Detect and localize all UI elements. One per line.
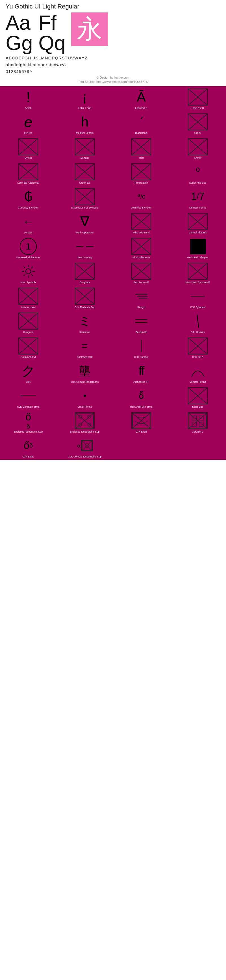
glyph-exclaim: ! (18, 89, 38, 105)
placeholder-punctuation (131, 163, 151, 180)
cell-geometric-shapes: Geometric Shapes (169, 235, 226, 261)
label-khmer: Khmer (194, 156, 202, 160)
label-enclosed-ideographic-sup: Enclosed Ideographic Sup (70, 430, 100, 434)
cell-greek-ext: Greek Ext (57, 161, 113, 186)
cell-ipa: e IPA Ext (0, 111, 57, 136)
glyph-arc (188, 363, 208, 379)
glyph-pattern1 (75, 412, 95, 429)
placeholder-thai (131, 138, 151, 155)
cell-box-drawing: ─ ─ Box Drawing (57, 235, 113, 261)
cell-misc-symbols: Misc Symbols (0, 261, 57, 285)
label-box-drawing: Box Drawing (77, 256, 92, 259)
label-ipa: IPA Ext (24, 132, 33, 135)
label-latin-ext-a: Latin Ext A (135, 107, 147, 110)
label-misc-technical: Misc Technical (133, 231, 149, 234)
font-title: Yu Gothic UI Light Regular (6, 3, 220, 10)
placeholder-misc-technical (131, 213, 151, 230)
placeholder-kana-sup (188, 387, 208, 404)
preview-area: AaGg FfQq 永 (6, 13, 220, 53)
cell-cjk-ext-b: CJK Ext B (113, 410, 169, 435)
cell-diacriticals: ˊ Diacriticals (113, 111, 169, 136)
cell-ascii: ! ASCII (0, 86, 57, 111)
cell-cjk-radicals: CJK Radicals Sup (57, 285, 113, 310)
label-cjk: CJK (26, 380, 30, 384)
glyph-char-o2: ő δ (18, 437, 38, 454)
cell-latin1sup: ¡ Latin 1 Sup (57, 86, 113, 111)
cell-enclosed-ideographic-sup: Enclosed Ideographic Sup (57, 410, 113, 435)
label-diacriticals-symbols: Diacriticals For Symbols (71, 206, 99, 210)
label-misc-arrows: Misc Arrows (22, 306, 35, 309)
bopomofo-line1 (135, 320, 147, 320)
horiz-line-display (21, 396, 36, 396)
cell-cjk-symbols: CJK Symbols (169, 285, 226, 310)
label-hiragana: Hiragana (23, 331, 34, 334)
alphabet-lower: abcdefghijklmnopqrstuvwxyz (6, 61, 220, 68)
label-cjk-strokes: CJK Strokes (191, 331, 205, 334)
small-dot-display (84, 395, 86, 397)
placeholder-cyrillic (18, 138, 38, 155)
label-kangxi: Kangxi (137, 306, 145, 309)
cell-cjk-ext-d: ő δ CJK Ext D (0, 435, 57, 460)
placeholder-block-elements (131, 238, 151, 255)
placeholder-greek (188, 113, 208, 130)
cell-vertical-forms: Vertical Forms (169, 360, 226, 385)
cell-dingbats: Dingbats (57, 261, 113, 285)
label-cjk-ext-b: CJK Ext B (135, 430, 147, 434)
glyph-cjk-ku: ク (18, 363, 38, 379)
cell-misc-arrows: Misc Arrows (0, 285, 57, 310)
glyph-currency: ₲ (18, 188, 38, 205)
cell-math-operators: ∇ Math Operators (57, 211, 113, 235)
label-arrows: Arrows (24, 231, 32, 234)
cell-cjk-compat-ideographic-sup: « CJK Compat Ideographic Sup (57, 435, 113, 460)
placeholder-latin-ext-additional (18, 163, 38, 180)
svg-line-6 (32, 274, 33, 276)
label-cjk-radicals: CJK Radicals Sup (74, 306, 95, 309)
placeholder-latin-ext-b (188, 89, 208, 105)
label-enclosed-alphanums: Enclosed Alphanums (16, 256, 40, 259)
bopomofo-lines (135, 320, 147, 323)
cell-cyrillic: Cyrillic (0, 136, 57, 161)
cell-cjk-strokes: ╲ CJK Strokes (169, 310, 226, 335)
cell-diacriticals-symbols: Diacriticals For Symbols (57, 186, 113, 211)
label-letterlike: Letterlike Symbols (131, 206, 152, 210)
glyph-pattern4: « (75, 437, 95, 454)
glyph-half-full: δ̃ (131, 387, 151, 404)
cell-cjk-compat-forms: CJK Compat Forms (0, 385, 57, 410)
label-punctuation: Punctuation (134, 181, 148, 185)
glyph-diacriticals-tick: ˊ (131, 113, 151, 130)
cell-kangxi: Kangxi (113, 285, 169, 310)
glyph-number-forms: 1/7 (188, 188, 208, 205)
svg-rect-24 (192, 422, 196, 426)
label-cjk-compat-ideographic-sup: CJK Compat Ideographic Sup (68, 455, 101, 458)
placeholder-hiragana (18, 313, 38, 329)
label-math-operators: Math Operators (76, 231, 94, 234)
label-cjk-compat-ideographs: CJK Compat Ideographs (71, 380, 99, 384)
label-cjk-ext-a: CJK Ext A (192, 356, 204, 359)
glyph-o-tilde: ő δ (18, 412, 38, 429)
glyph-bopomofo (131, 313, 151, 329)
alphabet-upper: ABCDEFGHIJKLMNOPQRSTUVWXYZ (6, 55, 220, 61)
cell-katakana-ext: Katakana Ext (0, 335, 57, 360)
placeholder-sup-arrows-b (131, 263, 151, 280)
label-cjk-ext-d: CJK Ext D (22, 455, 34, 458)
cell-latin-ext-a: Ā Latin Ext A (113, 86, 169, 111)
glyph-cjk-strokes: ╲ (188, 313, 208, 329)
credit: © Design by fontke.com (6, 76, 220, 79)
cell-cjk-ext-c: CJK Ext C (169, 410, 226, 435)
label-alphabetic-ff: Alphabetic FF (133, 380, 149, 384)
glyph-cjk-compat (131, 337, 151, 355)
label-block-elements: Block Elements (133, 256, 150, 259)
grid-container: ! ASCII ¡ Latin 1 Sup Ā Latin Ext A Lati… (0, 86, 226, 460)
svg-line-7 (32, 267, 33, 268)
cell-alphabetic-ff: ff Alphabetic FF (113, 360, 169, 385)
cell-number-forms: 1/7 Number Forms (169, 186, 226, 211)
label-latin-ext-b: Latin Ext B (191, 107, 204, 110)
label-enclosed-cjk: Enclosed CJK (77, 356, 93, 359)
digits: 0123456789 (6, 68, 220, 75)
label-latin1sup: Latin 1 Sup (78, 107, 91, 110)
cell-letterlike: ᵃ/c Letterlike Symbols (113, 186, 169, 211)
glyph-latin-ext-a: Ā (131, 89, 151, 105)
glyph-enclosed-cjk: = (75, 337, 95, 355)
pattern3-icon (188, 412, 207, 429)
label-ascii: ASCII (25, 107, 32, 110)
